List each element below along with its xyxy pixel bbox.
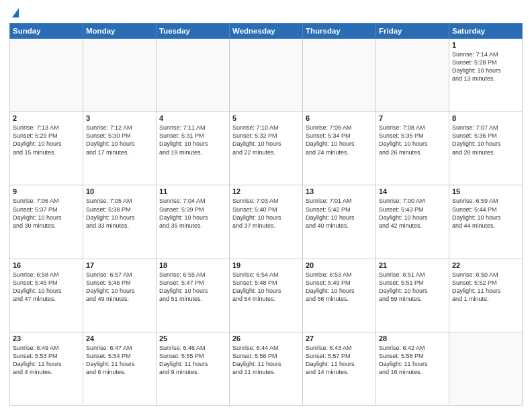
calendar-cell: 28Sunrise: 6:42 AM Sunset: 5:58 PM Dayli…: [376, 332, 449, 405]
header: [9, 8, 523, 17]
calendar-cell: 23Sunrise: 6:49 AM Sunset: 5:53 PM Dayli…: [10, 332, 83, 405]
calendar-cell: 18Sunrise: 6:55 AM Sunset: 5:47 PM Dayli…: [157, 259, 230, 332]
calendar-cell: 11Sunrise: 7:04 AM Sunset: 5:39 PM Dayli…: [157, 185, 230, 259]
calendar-cell: 16Sunrise: 6:58 AM Sunset: 5:45 PM Dayli…: [10, 259, 83, 332]
calendar-cell: 22Sunrise: 6:50 AM Sunset: 5:52 PM Dayli…: [449, 259, 523, 332]
day-number: 9: [13, 187, 80, 195]
day-info: Sunrise: 6:50 AM Sunset: 5:52 PM Dayligh…: [452, 271, 519, 304]
logo: [9, 8, 19, 17]
calendar-cell: [157, 39, 230, 112]
day-number: 16: [13, 261, 80, 269]
calendar-cell: 21Sunrise: 6:51 AM Sunset: 5:51 PM Dayli…: [376, 259, 449, 332]
day-info: Sunrise: 7:10 AM Sunset: 5:32 PM Dayligh…: [232, 124, 300, 156]
day-info: Sunrise: 7:11 AM Sunset: 5:31 PM Dayligh…: [159, 124, 226, 156]
day-info: Sunrise: 7:08 AM Sunset: 5:35 PM Dayligh…: [379, 124, 446, 156]
calendar-week-row: 16Sunrise: 6:58 AM Sunset: 5:45 PM Dayli…: [10, 259, 523, 332]
day-of-week-header: Monday: [83, 24, 157, 39]
logo-triangle-icon: [12, 8, 19, 17]
calendar-table: SundayMondayTuesdayWednesdayThursdayFrid…: [9, 23, 523, 406]
day-number: 23: [13, 334, 80, 342]
calendar-cell: 12Sunrise: 7:03 AM Sunset: 5:40 PM Dayli…: [230, 185, 303, 259]
calendar-cell: [83, 39, 157, 112]
day-info: Sunrise: 6:47 AM Sunset: 5:54 PM Dayligh…: [86, 344, 153, 377]
day-number: 8: [452, 114, 519, 122]
day-number: 18: [159, 261, 226, 269]
day-of-week-header: Friday: [376, 24, 449, 39]
day-number: 1: [452, 41, 519, 49]
page: SundayMondayTuesdayWednesdayThursdayFrid…: [0, 0, 532, 411]
calendar-cell: [376, 39, 449, 112]
day-info: Sunrise: 6:57 AM Sunset: 5:46 PM Dayligh…: [86, 271, 153, 304]
calendar-cell: 19Sunrise: 6:54 AM Sunset: 5:48 PM Dayli…: [230, 259, 303, 332]
day-number: 28: [379, 334, 446, 342]
day-of-week-header: Saturday: [449, 24, 523, 39]
calendar-cell: 20Sunrise: 6:53 AM Sunset: 5:49 PM Dayli…: [303, 259, 376, 332]
day-info: Sunrise: 7:03 AM Sunset: 5:40 PM Dayligh…: [232, 197, 300, 230]
day-of-week-header: Thursday: [303, 24, 376, 39]
calendar-cell: 14Sunrise: 7:00 AM Sunset: 5:43 PM Dayli…: [376, 185, 449, 259]
calendar-cell: 6Sunrise: 7:09 AM Sunset: 5:34 PM Daylig…: [303, 112, 376, 185]
day-number: 10: [86, 187, 153, 195]
calendar-week-row: 9Sunrise: 7:06 AM Sunset: 5:37 PM Daylig…: [10, 185, 523, 259]
day-info: Sunrise: 6:49 AM Sunset: 5:53 PM Dayligh…: [13, 344, 80, 377]
day-number: 7: [379, 114, 446, 122]
day-number: 27: [306, 334, 373, 342]
day-number: 20: [306, 261, 373, 269]
calendar-cell: 26Sunrise: 6:44 AM Sunset: 5:56 PM Dayli…: [230, 332, 303, 405]
calendar-cell: 1Sunrise: 7:14 AM Sunset: 5:28 PM Daylig…: [449, 39, 523, 112]
calendar-week-row: 23Sunrise: 6:49 AM Sunset: 5:53 PM Dayli…: [10, 332, 523, 405]
calendar-cell: 24Sunrise: 6:47 AM Sunset: 5:54 PM Dayli…: [83, 332, 157, 405]
day-info: Sunrise: 7:06 AM Sunset: 5:37 PM Dayligh…: [13, 197, 80, 230]
day-info: Sunrise: 7:09 AM Sunset: 5:34 PM Dayligh…: [306, 124, 373, 156]
calendar-cell: 17Sunrise: 6:57 AM Sunset: 5:46 PM Dayli…: [83, 259, 157, 332]
day-number: 5: [232, 114, 300, 122]
day-number: 2: [13, 114, 80, 122]
day-number: 24: [86, 334, 153, 342]
day-info: Sunrise: 7:12 AM Sunset: 5:30 PM Dayligh…: [86, 124, 153, 156]
day-info: Sunrise: 7:07 AM Sunset: 5:36 PM Dayligh…: [452, 124, 519, 156]
day-info: Sunrise: 7:01 AM Sunset: 5:42 PM Dayligh…: [306, 197, 373, 230]
day-info: Sunrise: 6:46 AM Sunset: 5:55 PM Dayligh…: [159, 344, 226, 377]
day-number: 6: [306, 114, 373, 122]
day-number: 13: [306, 187, 373, 195]
day-of-week-header: Wednesday: [230, 24, 303, 39]
day-info: Sunrise: 6:59 AM Sunset: 5:44 PM Dayligh…: [452, 197, 519, 230]
calendar-cell: [230, 39, 303, 112]
calendar-week-row: 1Sunrise: 7:14 AM Sunset: 5:28 PM Daylig…: [10, 39, 523, 112]
day-info: Sunrise: 6:58 AM Sunset: 5:45 PM Dayligh…: [13, 271, 80, 304]
day-info: Sunrise: 6:53 AM Sunset: 5:49 PM Dayligh…: [306, 271, 373, 304]
calendar-cell: 9Sunrise: 7:06 AM Sunset: 5:37 PM Daylig…: [10, 185, 83, 259]
calendar-cell: 7Sunrise: 7:08 AM Sunset: 5:35 PM Daylig…: [376, 112, 449, 185]
calendar-cell: [449, 332, 523, 405]
day-number: 25: [159, 334, 226, 342]
calendar-cell: 10Sunrise: 7:05 AM Sunset: 5:38 PM Dayli…: [83, 185, 157, 259]
day-number: 3: [86, 114, 153, 122]
day-info: Sunrise: 7:13 AM Sunset: 5:29 PM Dayligh…: [13, 124, 80, 156]
day-number: 4: [159, 114, 226, 122]
day-info: Sunrise: 6:54 AM Sunset: 5:48 PM Dayligh…: [232, 271, 300, 304]
day-of-week-header: Sunday: [10, 24, 83, 39]
day-info: Sunrise: 7:14 AM Sunset: 5:28 PM Dayligh…: [452, 50, 519, 83]
day-number: 19: [232, 261, 300, 269]
day-number: 26: [232, 334, 300, 342]
day-number: 22: [452, 261, 519, 269]
calendar-cell: 4Sunrise: 7:11 AM Sunset: 5:31 PM Daylig…: [157, 112, 230, 185]
day-info: Sunrise: 6:55 AM Sunset: 5:47 PM Dayligh…: [159, 271, 226, 304]
day-number: 14: [379, 187, 446, 195]
day-info: Sunrise: 7:00 AM Sunset: 5:43 PM Dayligh…: [379, 197, 446, 230]
day-number: 21: [379, 261, 446, 269]
calendar-cell: 2Sunrise: 7:13 AM Sunset: 5:29 PM Daylig…: [10, 112, 83, 185]
calendar-cell: 3Sunrise: 7:12 AM Sunset: 5:30 PM Daylig…: [83, 112, 157, 185]
calendar-header-row: SundayMondayTuesdayWednesdayThursdayFrid…: [10, 24, 523, 39]
calendar-week-row: 2Sunrise: 7:13 AM Sunset: 5:29 PM Daylig…: [10, 112, 523, 185]
calendar-cell: 13Sunrise: 7:01 AM Sunset: 5:42 PM Dayli…: [303, 185, 376, 259]
day-info: Sunrise: 7:04 AM Sunset: 5:39 PM Dayligh…: [159, 197, 226, 230]
day-info: Sunrise: 6:42 AM Sunset: 5:58 PM Dayligh…: [379, 344, 446, 377]
day-info: Sunrise: 6:51 AM Sunset: 5:51 PM Dayligh…: [379, 271, 446, 304]
calendar-cell: [10, 39, 83, 112]
calendar-cell: 5Sunrise: 7:10 AM Sunset: 5:32 PM Daylig…: [230, 112, 303, 185]
calendar-cell: 25Sunrise: 6:46 AM Sunset: 5:55 PM Dayli…: [157, 332, 230, 405]
day-number: 15: [452, 187, 519, 195]
day-of-week-header: Tuesday: [157, 24, 230, 39]
calendar-cell: 15Sunrise: 6:59 AM Sunset: 5:44 PM Dayli…: [449, 185, 523, 259]
